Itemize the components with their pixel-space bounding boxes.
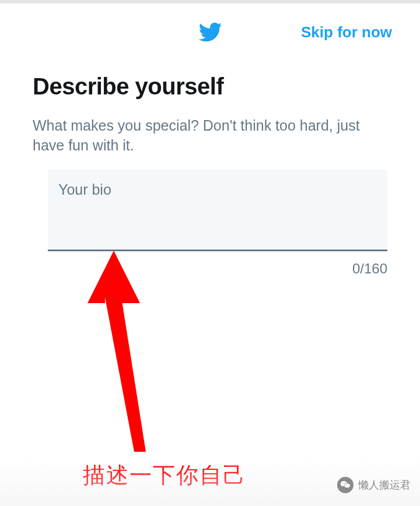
page-title: Describe yourself (33, 73, 387, 100)
content-area: Describe yourself What makes you special… (0, 56, 420, 277)
twitter-icon (198, 20, 222, 44)
svg-marker-1 (105, 297, 146, 452)
watermark-label: 懒人搬运君 (358, 478, 411, 492)
page-subtitle: What makes you special? Don't think too … (33, 116, 387, 156)
watermark: 懒人搬运君 (337, 477, 411, 493)
annotation-arrow (85, 251, 166, 457)
header: Skip for now (0, 3, 420, 56)
bio-field-wrapper: 0/160 (48, 170, 387, 277)
annotation-text: 描述一下你自己 (83, 461, 246, 490)
bio-input[interactable] (48, 170, 387, 251)
skip-link[interactable]: Skip for now (301, 23, 392, 41)
wechat-icon (337, 477, 354, 493)
char-counter: 0/160 (48, 261, 387, 277)
